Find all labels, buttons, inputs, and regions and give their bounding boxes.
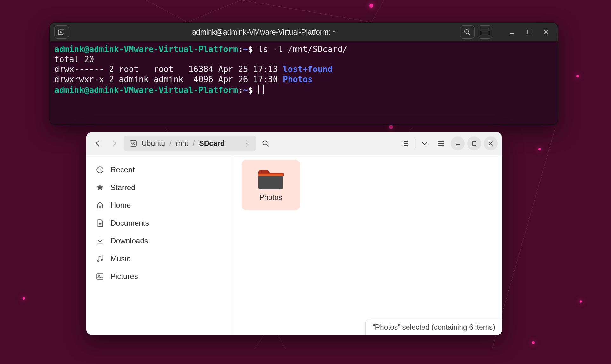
sidebar-item-home[interactable]: Home [86,196,232,214]
svg-rect-16 [527,30,531,34]
svg-point-7 [369,4,373,8]
sidebar-item-documents[interactable]: Documents [86,214,232,232]
sidebar-item-pictures[interactable]: Pictures [86,268,232,285]
svg-point-8 [389,125,393,129]
svg-point-26 [98,275,100,276]
dir-photos: Photos [283,75,313,84]
svg-rect-25 [97,274,103,279]
svg-point-9 [23,297,25,300]
files-view[interactable]: Photos “Photos” selected (containing 6 i… [232,155,502,335]
prompt-user: admink@admink-VMware-Virtual-Platform [54,44,238,54]
path-menu-button[interactable]: ⋮ [243,139,250,148]
hamburger-menu-button[interactable] [478,25,492,39]
back-button[interactable] [91,136,105,150]
status-bar: “Photos” selected (containing 6 items) [365,319,502,335]
sidebar-item-downloads[interactable]: Downloads [86,232,232,250]
svg-rect-28 [258,174,283,176]
svg-point-13 [532,341,535,344]
folder-photos[interactable]: Photos [242,160,300,210]
disk-icon [130,140,137,147]
terminal-headerbar: admink@admink-VMware-Virtual-Platform: ~ [50,23,558,41]
breadcrumb-seg-current[interactable]: SDcard [199,139,225,148]
close-button[interactable] [484,136,498,150]
list-view-button[interactable] [398,136,412,150]
sidebar-item-starred[interactable]: Starred [86,179,232,196]
files-headerbar: Ubuntu/ mnt/ SDcard ⋮ [86,132,502,155]
svg-point-23 [97,260,99,261]
sidebar: Recent Starred Home Documents Downloads … [86,155,232,335]
svg-point-19 [133,143,134,144]
svg-rect-21 [472,142,476,145]
svg-line-0 [146,0,187,22]
terminal-title: admink@admink-VMware-Virtual-Platform: ~ [72,28,457,36]
prompt-path: ~ [243,44,248,54]
maximize-button[interactable] [467,136,481,150]
breadcrumb[interactable]: Ubuntu/ mnt/ SDcard ⋮ [124,136,256,151]
search-button[interactable] [259,136,273,150]
svg-line-1 [187,0,241,22]
breadcrumb-seg-1[interactable]: mnt [176,139,188,148]
svg-point-10 [538,148,541,150]
svg-point-20 [263,141,267,145]
minimize-button[interactable] [451,136,465,150]
sidebar-item-music[interactable]: Music [86,250,232,268]
svg-line-2 [241,0,371,22]
close-button[interactable] [539,26,553,38]
cursor [258,85,264,94]
breadcrumb-seg-0[interactable]: Ubuntu [142,139,165,148]
svg-point-12 [580,300,582,303]
folder-icon [257,169,284,191]
minimize-button[interactable] [505,26,519,38]
folder-label: Photos [259,193,282,202]
terminal-window: admink@admink-VMware-Virtual-Platform: ~… [49,22,558,125]
terminal-output[interactable]: admink@admink-VMware-Virtual-Platform:~$… [50,41,558,99]
maximize-button[interactable] [522,26,536,38]
svg-point-15 [465,30,468,33]
svg-point-11 [576,75,579,77]
dir-lostfound: lost+found [283,64,333,74]
svg-point-24 [101,259,103,261]
search-button[interactable] [460,25,475,39]
files-window: Ubuntu/ mnt/ SDcard ⋮ Recent Starred Hom… [86,132,502,335]
new-tab-button[interactable] [54,25,69,39]
view-options-button[interactable] [418,136,432,150]
svg-line-3 [371,0,384,22]
command: ls -l /mnt/SDcard/ [258,44,348,54]
hamburger-menu-button[interactable] [434,136,448,150]
forward-button[interactable] [107,136,121,150]
sidebar-item-recent[interactable]: Recent [86,161,232,179]
